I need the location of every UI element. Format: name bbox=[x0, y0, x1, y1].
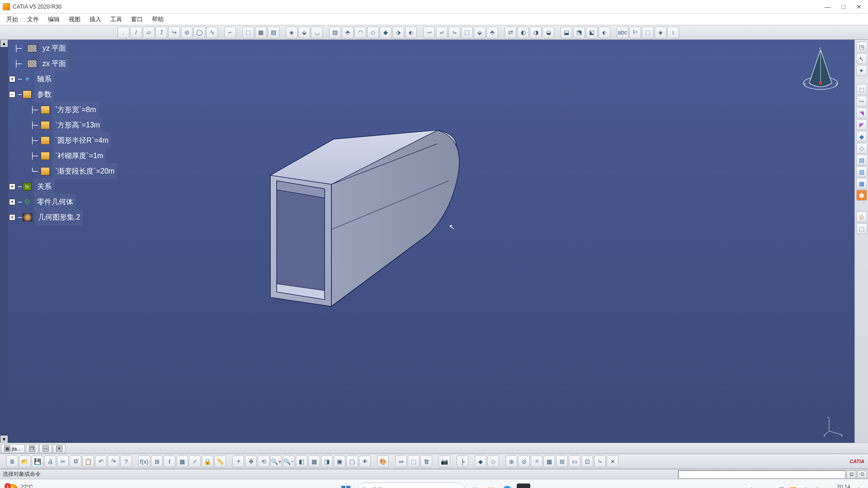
tool-op6-icon[interactable]: ⬘ bbox=[486, 27, 498, 38]
sys2-icon[interactable]: ⊘ bbox=[518, 455, 530, 467]
tool-m4-icon[interactable]: ⬖ bbox=[599, 27, 610, 38]
menu-edit[interactable]: 编辑 bbox=[43, 14, 64, 25]
catalog-icon[interactable]: ◇ bbox=[487, 455, 499, 467]
menu-insert[interactable]: 插入 bbox=[85, 14, 106, 25]
menu-view[interactable]: 视图 bbox=[64, 14, 85, 25]
tree-parameters[interactable]: − ─ 参数 bbox=[9, 87, 117, 102]
knowledge-icon[interactable]: ▦ bbox=[176, 455, 188, 467]
new-icon[interactable]: 🗎 bbox=[6, 455, 18, 467]
tree-axis-system[interactable]: + ─⌖ 轴系 bbox=[9, 71, 117, 87]
tool-curve-icon[interactable]: ↪ bbox=[168, 27, 180, 38]
undo-icon[interactable]: ↶ bbox=[95, 455, 107, 467]
weather-widget[interactable]: 1 22°C 晴朗 bbox=[5, 484, 33, 488]
side-shell-icon[interactable]: ◆ bbox=[856, 131, 867, 142]
mdi-restore-button[interactable]: ❐ bbox=[26, 444, 38, 453]
sys3-icon[interactable]: ⌗ bbox=[531, 455, 542, 467]
catia-taskbar-icon[interactable]: ◆ bbox=[517, 483, 530, 488]
menu-window[interactable]: 窗口 bbox=[127, 14, 147, 25]
collapse-minus-icon[interactable]: − bbox=[9, 91, 15, 98]
side-sew-icon[interactable]: ▥ bbox=[856, 166, 867, 177]
tool-op4-icon[interactable]: ⬚ bbox=[461, 27, 473, 38]
copy-icon[interactable]: ⧉ bbox=[70, 455, 81, 467]
tool-s7-icon[interactable]: ◇ bbox=[367, 27, 379, 38]
pan-icon[interactable]: ✥ bbox=[245, 455, 257, 467]
tool-op1-icon[interactable]: ⤻ bbox=[423, 27, 435, 38]
tool-tr2-icon[interactable]: ◐ bbox=[517, 27, 529, 38]
tool-ex1-icon[interactable]: ⬚ bbox=[242, 27, 254, 38]
status-btn2[interactable]: ⊙ bbox=[857, 470, 867, 479]
tool-circle-icon[interactable]: ◯ bbox=[193, 27, 205, 38]
tool-spline-icon[interactable]: ∿ bbox=[206, 27, 218, 38]
explorer-icon[interactable]: 📁 bbox=[484, 483, 498, 488]
tool-line-icon[interactable]: / bbox=[130, 27, 142, 38]
tool-intersect-icon[interactable]: ⊘ bbox=[181, 27, 193, 38]
tool-s6-icon[interactable]: ◠ bbox=[354, 27, 366, 38]
hide-show-icon[interactable]: 👁 bbox=[359, 455, 371, 467]
tool-s10-icon[interactable]: ⬖ bbox=[405, 27, 417, 38]
sys9-icon[interactable]: ✕ bbox=[607, 455, 618, 467]
tree-scroll-down-icon[interactable]: ▼ bbox=[0, 436, 8, 443]
open-icon[interactable]: 📂 bbox=[19, 455, 31, 467]
cut-icon[interactable]: ✂ bbox=[57, 455, 69, 467]
side-split-icon[interactable]: ▤ bbox=[856, 155, 867, 165]
sys8-icon[interactable]: ⤷ bbox=[594, 455, 606, 467]
tool-cl-icon[interactable]: ◈ bbox=[655, 27, 666, 38]
viewport-3d[interactable]: ├─ yz 平面 ├─ zx 平面 + ─⌖ 轴系 − ─ 参数 ├─ `方形宽… bbox=[8, 40, 854, 443]
minimize-button[interactable]: — bbox=[825, 3, 831, 10]
status-btn1[interactable]: ⊡ bbox=[846, 470, 856, 479]
side-draft-icon[interactable]: ◥ bbox=[856, 108, 867, 118]
tree-param-item[interactable]: ├─ `圆形半径R`=4m bbox=[9, 133, 117, 148]
side-close-icon[interactable]: ▦ bbox=[856, 178, 867, 189]
compass-icon[interactable]: x y z bbox=[800, 47, 841, 97]
axis2-icon[interactable]: ╞ bbox=[457, 455, 468, 467]
multiview-icon[interactable]: ▦ bbox=[308, 455, 320, 467]
tool-s4-icon[interactable]: ▨ bbox=[329, 27, 341, 38]
rotate-icon[interactable]: ⟲ bbox=[258, 455, 269, 467]
help-pointer-icon[interactable]: ? bbox=[120, 455, 132, 467]
tool-point-icon[interactable]: . bbox=[118, 27, 129, 38]
tool-op5-icon[interactable]: ⬙ bbox=[474, 27, 486, 38]
side-tool-2-icon[interactable]: ↖ bbox=[856, 53, 867, 64]
taskview-icon[interactable]: ⊞ bbox=[468, 483, 481, 488]
sys5-icon[interactable]: ⊞ bbox=[556, 455, 568, 467]
print-icon[interactable]: 🖨 bbox=[44, 455, 56, 467]
mdi-doc-tab[interactable]: ▦ jia… bbox=[1, 444, 25, 453]
law-icon[interactable]: ℓ bbox=[164, 455, 175, 467]
tool-ex3-icon[interactable]: ▧ bbox=[268, 27, 279, 38]
tool-fl-icon[interactable]: 🏳 bbox=[629, 27, 641, 38]
tool-m1-icon[interactable]: ⬓ bbox=[561, 27, 572, 38]
check-icon[interactable]: ✓ bbox=[189, 455, 201, 467]
menu-help[interactable]: 帮助 bbox=[147, 14, 168, 25]
tree-param-item[interactable]: ├─ `方形宽`=8m bbox=[9, 102, 117, 117]
expand-plus-icon[interactable]: + bbox=[9, 214, 15, 221]
maximize-button[interactable]: □ bbox=[842, 3, 845, 10]
menu-file[interactable]: 文件 bbox=[23, 14, 43, 25]
expand-plus-icon[interactable]: + bbox=[9, 183, 15, 190]
tray-ime[interactable]: 英 bbox=[779, 486, 784, 488]
tree-param-item[interactable]: ├─ `衬砌厚度`=1m bbox=[9, 148, 117, 164]
side-tool-3-icon[interactable]: ✦ bbox=[856, 65, 867, 76]
status-input[interactable] bbox=[678, 470, 845, 479]
menu-tools[interactable]: 工具 bbox=[106, 14, 127, 25]
close-button[interactable]: ✕ bbox=[856, 3, 862, 10]
paste-icon[interactable]: 📋 bbox=[82, 455, 94, 467]
camera-icon[interactable]: 📷 bbox=[439, 455, 450, 467]
iso-view-icon[interactable]: ◨ bbox=[321, 455, 333, 467]
side-tool-5-icon[interactable]: ⤳ bbox=[856, 96, 867, 107]
start-button[interactable] bbox=[338, 482, 354, 488]
side-thick-icon[interactable]: ◤ bbox=[856, 119, 867, 130]
tool-ex2-icon[interactable]: ▦ bbox=[255, 27, 267, 38]
sys6-icon[interactable]: ▭ bbox=[569, 455, 580, 467]
tray-clock[interactable]: 20:14 2024/4/27 bbox=[826, 484, 850, 488]
tool-tr3-icon[interactable]: ◑ bbox=[530, 27, 542, 38]
save-icon[interactable]: 💾 bbox=[32, 455, 43, 467]
tool-op2-icon[interactable]: ⤾ bbox=[436, 27, 448, 38]
tool-op3-icon[interactable]: ⤿ bbox=[448, 27, 460, 38]
tool-tr4-icon[interactable]: ◒ bbox=[542, 27, 554, 38]
trash-icon[interactable]: 🗑 bbox=[420, 455, 432, 467]
mdi-min-button[interactable]: — bbox=[39, 444, 52, 453]
zoom-out-icon[interactable]: 🔍− bbox=[283, 455, 295, 467]
expand-plus-icon[interactable]: + bbox=[9, 76, 15, 82]
tree-param-item[interactable]: ├─ `方形高`=13m bbox=[9, 117, 117, 133]
sys4-icon[interactable]: ▦ bbox=[543, 455, 555, 467]
